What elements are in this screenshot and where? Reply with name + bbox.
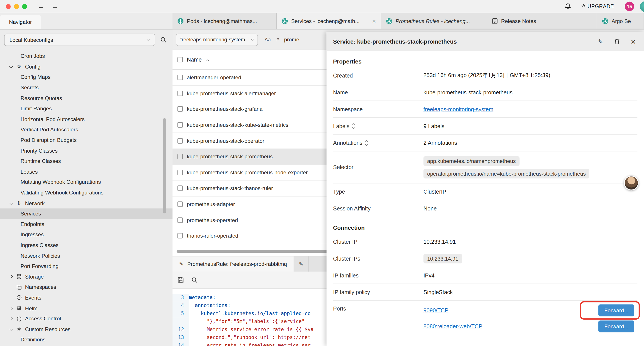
checkbox[interactable] (177, 138, 182, 143)
sidebar-item-cron-jobs[interactable]: Cron Jobs (0, 51, 172, 61)
kubernetes-icon (177, 18, 184, 24)
tab-pods[interactable]: Pods - icecheng@mathmas... (172, 13, 277, 29)
checkbox[interactable] (177, 75, 182, 80)
chevron-down-icon (250, 37, 254, 41)
sidebar-item-endpoints[interactable]: Endpoints (0, 219, 172, 230)
sidebar-item-pod-disruption-budgets[interactable]: Pod Disruption Budgets (0, 135, 172, 145)
tab-navigator[interactable]: Navigator (0, 15, 41, 29)
save-icon[interactable] (177, 277, 184, 283)
sidebar-item-validating-webhook-configurations[interactable]: Validating Webhook Configurations (0, 187, 172, 198)
avatar[interactable] (640, 1, 644, 12)
sidebar-item-port-forwarding[interactable]: Port Forwarding (0, 261, 172, 271)
namespace-link[interactable]: freeleaps-monitoring-system (424, 106, 494, 112)
checkbox[interactable] (177, 91, 182, 96)
notification-badge[interactable]: 15 (625, 1, 634, 11)
sidebar-scrollbar[interactable] (163, 118, 166, 214)
upgrade-button[interactable]: UPGRADE (582, 3, 614, 9)
checkbox[interactable] (177, 217, 182, 223)
search-box: Aa .* prome (264, 36, 299, 43)
checkbox[interactable] (177, 201, 182, 207)
sidebar-item-secrets[interactable]: Secrets (0, 82, 172, 93)
edit-icon[interactable]: ✎ (598, 38, 603, 44)
sidebar-item-config[interactable]: ⚙ Config (0, 61, 172, 72)
sidebar-item-ingresses[interactable]: Ingresses (0, 230, 172, 240)
traffic-light-minimize[interactable] (14, 4, 19, 9)
service-name: thanos-ruler-operated (187, 233, 238, 239)
sidebar-item-horizontal-pod-autoscalers[interactable]: Horizontal Pod Autoscalers (0, 114, 172, 124)
item-label: Priority Classes (20, 148, 58, 154)
tab-argo[interactable]: Argo Se (597, 13, 644, 29)
tab-prometheus-rules[interactable]: Prometheus Rules - icecheng... (381, 13, 487, 29)
sidebar-item-events[interactable]: Events (0, 292, 172, 303)
tab-release-notes[interactable]: Release Notes (487, 13, 597, 29)
traffic-light-close[interactable] (6, 4, 10, 9)
forward-button[interactable]: Forward... (599, 304, 634, 316)
property-value: None (424, 206, 437, 212)
trash-icon[interactable] (614, 38, 620, 45)
sidebar-item-leases[interactable]: Leases (0, 166, 172, 177)
editor-tab[interactable]: ✎ PrometheusRule: freeleaps-prod-rabbitm… (172, 256, 294, 271)
floating-avatar[interactable] (624, 176, 638, 190)
kubeconfig-selector[interactable]: Local Kubeconfigs (4, 34, 156, 46)
sidebar-item-vertical-pod-autoscalers[interactable]: Vertical Pod Autoscalers (0, 124, 172, 135)
sidebar-item-ingress-classes[interactable]: Ingress Classes (0, 240, 172, 251)
bell-icon[interactable] (564, 3, 572, 10)
close-icon[interactable]: × (631, 37, 636, 46)
forward-icon[interactable]: → (52, 3, 58, 10)
tab-label: Prometheus Rules - icecheng... (396, 18, 470, 24)
sidebar-item-runtime-classes[interactable]: Runtime Classes (0, 156, 172, 166)
item-label: Access Control (25, 316, 61, 322)
item-label: Vertical Pod Autoscalers (20, 127, 78, 133)
select-all-checkbox[interactable] (177, 57, 182, 62)
sidebar-item-helm[interactable]: Helm (0, 303, 172, 313)
port-link[interactable]: 9090/TCP (424, 307, 448, 313)
checkbox[interactable] (177, 122, 182, 128)
sidebar-item-config-maps[interactable]: Config Maps (0, 72, 172, 82)
checkbox[interactable] (177, 186, 182, 191)
sidebar-item-resource-quotas[interactable]: Resource Quotas (0, 93, 172, 103)
sidebar-item-custom-resources[interactable]: Custom Resources (0, 324, 172, 335)
sidebar-item-services[interactable]: Services (0, 209, 172, 219)
sidebar-item-access-control[interactable]: Access Control (0, 313, 172, 324)
chevron-right-icon (10, 275, 13, 278)
sidebar-item-priority-classes[interactable]: Priority Classes (0, 145, 172, 156)
expand-toggle-icon[interactable] (353, 124, 354, 128)
sidebar-item-namespaces[interactable]: Namespaces (0, 282, 172, 292)
back-icon[interactable]: ← (38, 3, 44, 10)
search-input[interactable]: prome (284, 36, 299, 43)
forward-button[interactable]: Forward... (599, 320, 634, 332)
service-name: prometheus-operated (187, 217, 238, 223)
checkbox[interactable] (177, 170, 182, 175)
clock-icon (16, 295, 22, 301)
close-icon[interactable]: × (372, 18, 376, 24)
sidebar-item-definitions[interactable]: Definitions (0, 335, 172, 345)
sidebar-item-limit-ranges[interactable]: Limit Ranges (0, 103, 172, 114)
section-heading-connection: Connection (333, 224, 638, 231)
expand-toggle-icon[interactable] (366, 141, 367, 145)
namespace-selector[interactable]: freeleaps-monitoring-system (176, 33, 258, 46)
search-icon[interactable] (160, 36, 167, 43)
regex-toggle[interactable]: .* (276, 37, 279, 42)
code-text: "},"for":"5m","labels":{"service" (189, 318, 305, 326)
tab-services[interactable]: Services - icecheng@math... × (277, 13, 381, 29)
property-row-cluster-ips: Cluster IPs 10.233.14.91 (333, 250, 638, 267)
match-case-toggle[interactable]: Aa (264, 37, 271, 42)
label-text: Labels (333, 123, 350, 129)
sidebar-item-mutating-webhook-configurations[interactable]: Mutating Webhook Configurations (0, 177, 172, 187)
item-label: Events (25, 295, 41, 301)
checkbox[interactable] (177, 154, 182, 159)
upgrade-icon (582, 4, 584, 8)
document-icon (492, 18, 498, 24)
line-number: 5 (172, 310, 189, 318)
port-link[interactable]: 8080:reloader-web/TCP (424, 323, 482, 329)
sidebar-item-storage[interactable]: Storage (0, 271, 172, 282)
checkbox[interactable] (177, 106, 182, 112)
editor-tab-partial[interactable]: ✎ (294, 256, 309, 271)
traffic-light-zoom[interactable] (22, 4, 27, 9)
sidebar-item-network[interactable]: ⇅ Network (0, 198, 172, 209)
checkbox[interactable] (177, 233, 182, 239)
kubeconfig-selector-value: Local Kubeconfigs (10, 37, 53, 43)
name-column-header[interactable]: Name (187, 57, 202, 63)
sidebar-item-network-policies[interactable]: Network Policies (0, 250, 172, 261)
search-icon[interactable] (191, 277, 198, 283)
